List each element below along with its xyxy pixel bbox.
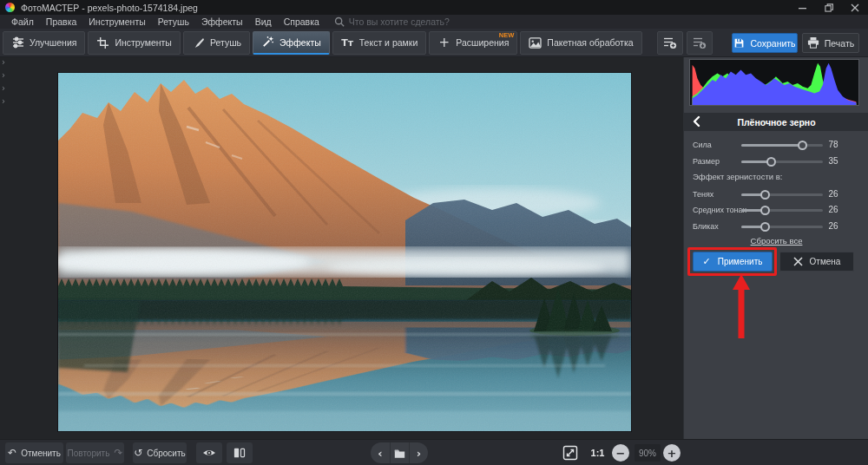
tab-batch-processing[interactable]: Пакетная обработка bbox=[520, 31, 641, 55]
slider-track[interactable] bbox=[741, 226, 823, 228]
print-button[interactable]: Печать bbox=[802, 33, 859, 53]
add-preset-button[interactable] bbox=[657, 31, 683, 55]
zoom-in-button[interactable]: + bbox=[663, 444, 681, 462]
save-icon bbox=[733, 37, 745, 49]
redo-button[interactable]: Повторить ↷ bbox=[66, 442, 124, 463]
slider-label: Размер bbox=[693, 157, 720, 166]
undo-label: Отменить bbox=[21, 449, 61, 458]
slider-size: Размер 35 bbox=[684, 156, 868, 168]
reset-button[interactable]: ↺ Сбросить bbox=[133, 442, 187, 463]
slider-track[interactable] bbox=[741, 144, 823, 147]
slider-label: Тенях bbox=[693, 190, 713, 199]
panel-expand-chevron[interactable]: › bbox=[2, 83, 5, 93]
slider-label: Средних тонах bbox=[693, 206, 746, 214]
panel-expand-chevron[interactable]: › bbox=[2, 57, 5, 67]
fit-to-screen-button[interactable] bbox=[560, 443, 581, 462]
menu-help[interactable]: Справка bbox=[278, 16, 326, 27]
magic-wand-icon bbox=[261, 36, 274, 49]
menu-edit[interactable]: Правка bbox=[40, 16, 82, 27]
apply-button[interactable]: ✓ Применить bbox=[693, 252, 773, 272]
slider-track[interactable] bbox=[741, 209, 823, 212]
tab-retouch[interactable]: Ретушь bbox=[183, 31, 250, 55]
save-button[interactable]: Сохранить bbox=[732, 33, 798, 53]
slider-value: 26 bbox=[820, 189, 846, 199]
compare-icon bbox=[233, 447, 246, 459]
tab-label: Расширения bbox=[456, 37, 509, 48]
menu-retouch[interactable]: Ретушь bbox=[152, 16, 195, 27]
slider-value: 26 bbox=[820, 205, 846, 214]
slider-track[interactable] bbox=[741, 160, 823, 163]
photo-navigation: ‹ › bbox=[371, 442, 428, 463]
slider-fill bbox=[741, 160, 770, 163]
slider-knob[interactable] bbox=[760, 190, 770, 200]
back-chevron-icon[interactable] bbox=[691, 115, 703, 128]
slider-strength: Сила 78 bbox=[684, 140, 868, 152]
slider-value: 35 bbox=[820, 156, 846, 166]
download-presets-button[interactable] bbox=[687, 31, 713, 55]
reset-all-link[interactable]: Сбросить все bbox=[684, 236, 868, 246]
tab-tools[interactable]: Инструменты bbox=[88, 31, 180, 55]
slider-track[interactable] bbox=[741, 193, 823, 196]
slider-label: Сила bbox=[693, 141, 712, 149]
slider-midtones: Средних тонах 26 bbox=[684, 205, 868, 217]
preview-original-button[interactable] bbox=[196, 442, 222, 463]
open-folder-button[interactable] bbox=[390, 442, 409, 463]
panel-expand-chevron[interactable]: › bbox=[2, 70, 5, 80]
redo-icon: ↷ bbox=[114, 447, 122, 459]
new-badge: NEW bbox=[499, 31, 515, 39]
restore-button[interactable] bbox=[816, 0, 842, 15]
photo-master-window: ФотоМАСТЕР - pexels-photo-1574184.jpeg Ф… bbox=[0, 0, 868, 465]
before-after-button[interactable] bbox=[227, 442, 253, 463]
previous-photo-button[interactable]: ‹ bbox=[371, 442, 390, 463]
apply-label: Применить bbox=[718, 257, 763, 266]
tab-enhancements[interactable]: Улучшения bbox=[3, 31, 85, 55]
close-button[interactable] bbox=[842, 0, 868, 15]
print-label: Печать bbox=[825, 38, 854, 49]
slider-fill bbox=[741, 144, 805, 147]
zoom-out-button[interactable]: − bbox=[612, 444, 629, 462]
slider-fill bbox=[741, 193, 762, 196]
window-title: ФотоМАСТЕР - pexels-photo-1574184.jpeg bbox=[21, 3, 198, 13]
eye-icon bbox=[202, 448, 216, 458]
cancel-button[interactable]: Отмена bbox=[779, 252, 854, 272]
undo-button[interactable]: ↶ Отменить bbox=[5, 442, 63, 463]
search-input[interactable] bbox=[349, 16, 540, 27]
menu-view[interactable]: Вид bbox=[249, 16, 278, 27]
plus-icon: + bbox=[667, 448, 677, 459]
slider-label: Бликах bbox=[693, 222, 719, 231]
sliders-icon bbox=[11, 36, 24, 49]
reset-icon: ↺ bbox=[134, 447, 142, 459]
photo-canvas[interactable] bbox=[58, 73, 631, 431]
brush-icon bbox=[192, 36, 205, 49]
tab-effects[interactable]: Эффекты bbox=[253, 31, 330, 55]
x-icon bbox=[793, 257, 803, 266]
next-photo-button[interactable]: › bbox=[409, 442, 428, 463]
slider-value: 78 bbox=[820, 140, 846, 149]
minimize-button[interactable] bbox=[790, 0, 816, 15]
menu-file[interactable]: Файл bbox=[5, 16, 40, 27]
menu-tools[interactable]: Инструменты bbox=[82, 16, 151, 27]
panel-title: Плёночное зерно bbox=[737, 117, 815, 128]
panel-header: Плёночное зерно bbox=[684, 113, 868, 131]
canvas-area: › › › › bbox=[0, 57, 683, 439]
menu-effects[interactable]: Эффекты bbox=[195, 16, 249, 27]
tab-extensions[interactable]: NEW + Расширения bbox=[429, 31, 517, 55]
undo-icon: ↶ bbox=[8, 447, 16, 459]
search-icon bbox=[334, 16, 345, 27]
slider-value: 26 bbox=[820, 221, 846, 231]
tab-text-frames[interactable]: Tт Текст и рамки bbox=[332, 31, 427, 55]
panel-expand-chevron[interactable]: › bbox=[2, 96, 5, 106]
save-label: Сохранить bbox=[750, 38, 795, 49]
checkmark-icon: ✓ bbox=[703, 256, 711, 267]
actual-size-button[interactable]: 1:1 bbox=[586, 444, 609, 462]
tab-label: Эффекты bbox=[279, 37, 321, 48]
slider-knob[interactable] bbox=[798, 141, 807, 150]
slider-knob[interactable] bbox=[760, 222, 770, 232]
titlebar: ФотоМАСТЕР - pexels-photo-1574184.jpeg bbox=[0, 0, 868, 15]
tab-label: Улучшения bbox=[30, 37, 76, 48]
slider-knob[interactable] bbox=[766, 157, 776, 167]
slider-fill bbox=[741, 226, 762, 228]
effect-settings-panel: Плёночное зерно Сила 78 Размер 35 Эффект… bbox=[683, 57, 868, 439]
slider-knob[interactable] bbox=[760, 206, 770, 215]
grain-section-label: Эффект зернистости в: bbox=[693, 172, 782, 181]
